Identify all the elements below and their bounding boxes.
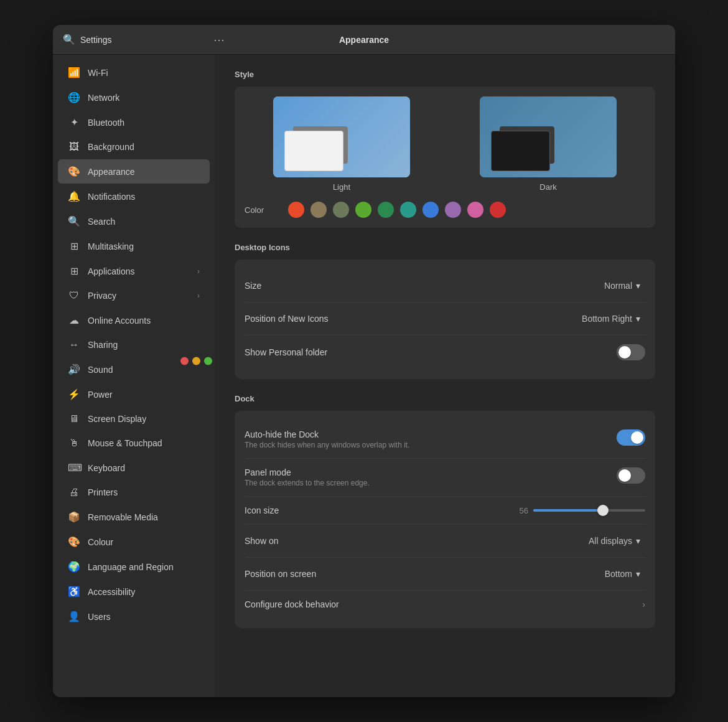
sidebar-item-wifi[interactable]: 📶Wi-Fi bbox=[58, 60, 210, 85]
sidebar-item-label-background: Background bbox=[88, 142, 200, 152]
sidebar-item-accessibility[interactable]: ♿Accessibility bbox=[58, 579, 210, 604]
autohide-toggle[interactable] bbox=[617, 429, 645, 446]
panel-mode-toggle[interactable] bbox=[617, 467, 645, 484]
dark-style-option[interactable]: Dark bbox=[451, 96, 645, 192]
sidebar-item-online-accounts[interactable]: ☁Online Accounts bbox=[58, 308, 210, 332]
sidebar-item-label-mouse-touchpad: Mouse & Touchpad bbox=[88, 438, 200, 448]
sidebar-item-network[interactable]: 🌐Network bbox=[58, 85, 210, 110]
applications-icon: ⊞ bbox=[68, 265, 80, 277]
color-dot-sage[interactable] bbox=[333, 202, 349, 218]
sidebar-item-screen-display[interactable]: 🖥Screen Display bbox=[58, 407, 210, 431]
style-previews: Light Dark bbox=[245, 96, 645, 192]
desktop-icons-card: Size Normal ▾ Position of New Icons Bott… bbox=[235, 260, 655, 379]
sidebar-item-multitasking[interactable]: ⊞Multitasking bbox=[58, 234, 210, 258]
show-on-label: Show on bbox=[245, 536, 584, 546]
menu-icon[interactable]: ⋯ bbox=[213, 33, 225, 47]
style-section-title: Style bbox=[235, 70, 655, 79]
search-icon[interactable]: 🔍 bbox=[63, 34, 75, 45]
bluetooth-icon: ✦ bbox=[68, 116, 80, 128]
color-dot-teal[interactable] bbox=[400, 202, 416, 218]
sidebar-item-sharing[interactable]: ↔Sharing bbox=[58, 333, 210, 357]
color-dot-pink[interactable] bbox=[467, 202, 483, 218]
sidebar: 📶Wi-Fi🌐Network✦Bluetooth🖼Background🎨Appe… bbox=[53, 55, 215, 697]
position-dropdown[interactable]: Bottom Right ▾ bbox=[577, 311, 645, 326]
sidebar-item-label-accessibility: Accessibility bbox=[88, 587, 200, 597]
toggle-knob bbox=[618, 346, 631, 359]
slider-container: 56 bbox=[513, 506, 645, 515]
mouse-touchpad-icon: 🖱 bbox=[68, 438, 80, 449]
screen-display-icon: 🖥 bbox=[68, 413, 80, 424]
position-row: Position of New Icons Bottom Right ▾ bbox=[245, 302, 645, 335]
configure-dock-row[interactable]: Configure dock behavior › bbox=[245, 591, 645, 618]
sidebar-item-label-power: Power bbox=[88, 390, 200, 400]
position-screen-dropdown[interactable]: Bottom ▾ bbox=[600, 566, 645, 581]
settings-window: 🔍 Settings ⋯ Appearance 📶Wi-Fi🌐Network✦B… bbox=[53, 25, 675, 697]
color-dot-blue[interactable] bbox=[422, 202, 439, 218]
sidebar-item-power[interactable]: ⚡Power bbox=[58, 382, 210, 406]
color-dot-green[interactable] bbox=[355, 202, 371, 218]
size-value: Normal bbox=[604, 281, 632, 291]
online-accounts-icon: ☁ bbox=[68, 314, 80, 326]
sidebar-item-colour[interactable]: 🎨Colour bbox=[58, 530, 210, 554]
sidebar-item-sound[interactable]: 🔊Sound bbox=[58, 357, 210, 382]
show-on-value: All displays bbox=[589, 536, 632, 546]
autohide-info: Auto-hide the Dock The dock hides when a… bbox=[245, 429, 617, 449]
icon-size-label: Icon size bbox=[245, 505, 506, 515]
color-dot-tan[interactable] bbox=[310, 202, 327, 218]
desktop-icons-title: Desktop Icons bbox=[235, 243, 655, 252]
color-label: Color bbox=[245, 205, 282, 215]
color-dot-orange-red[interactable] bbox=[288, 202, 304, 218]
sidebar-item-label-network: Network bbox=[88, 93, 200, 103]
style-card: Light Dark Color bbox=[235, 87, 655, 228]
sidebar-item-label-language-region: Language and Region bbox=[88, 562, 200, 572]
size-dropdown[interactable]: Normal ▾ bbox=[599, 278, 645, 293]
position-screen-chevron-icon: ▾ bbox=[636, 569, 640, 579]
sidebar-item-applications[interactable]: ⊞Applications› bbox=[58, 259, 210, 283]
sidebar-item-label-screen-display: Screen Display bbox=[88, 414, 200, 424]
color-dot-dark-green[interactable] bbox=[378, 202, 394, 218]
privacy-chevron-icon: › bbox=[197, 291, 200, 300]
personal-folder-label: Show Personal folder bbox=[245, 347, 617, 357]
personal-folder-row: Show Personal folder bbox=[245, 335, 645, 369]
show-on-dropdown[interactable]: All displays ▾ bbox=[584, 533, 645, 548]
dark-preview-thumbnail[interactable] bbox=[480, 96, 617, 177]
icon-size-row: Icon size 56 bbox=[245, 497, 645, 525]
slider-thumb[interactable] bbox=[597, 505, 609, 516]
sidebar-item-label-search: Search bbox=[88, 217, 200, 227]
light-preview-thumbnail[interactable] bbox=[273, 96, 410, 177]
background-icon: 🖼 bbox=[68, 141, 80, 152]
sidebar-item-removable-media[interactable]: 📦Removable Media bbox=[58, 505, 210, 529]
sidebar-item-mouse-touchpad[interactable]: 🖱Mouse & Touchpad bbox=[58, 431, 210, 455]
size-chevron-icon: ▾ bbox=[636, 281, 640, 291]
personal-folder-toggle[interactable] bbox=[617, 344, 645, 360]
sidebar-item-label-notifications: Notifications bbox=[88, 192, 200, 202]
sidebar-item-privacy[interactable]: 🛡Privacy› bbox=[58, 284, 210, 307]
sidebar-item-printers[interactable]: 🖨Printers bbox=[58, 481, 210, 504]
light-style-option[interactable]: Light bbox=[245, 96, 439, 192]
color-dot-purple[interactable] bbox=[445, 202, 461, 218]
sidebar-item-keyboard[interactable]: ⌨Keyboard bbox=[58, 456, 210, 480]
slider-track[interactable] bbox=[533, 509, 645, 512]
sidebar-item-label-colour: Colour bbox=[88, 537, 200, 547]
sidebar-item-background[interactable]: 🖼Background bbox=[58, 135, 210, 159]
sidebar-item-bluetooth[interactable]: ✦Bluetooth bbox=[58, 110, 210, 134]
sidebar-item-label-bluetooth: Bluetooth bbox=[88, 118, 200, 128]
icon-size-value: 56 bbox=[513, 506, 528, 515]
sidebar-item-notifications[interactable]: 🔔Notifications bbox=[58, 184, 210, 209]
sidebar-item-appearance[interactable]: 🎨Appearance bbox=[58, 159, 210, 184]
sidebar-item-search[interactable]: 🔍Search bbox=[58, 209, 210, 233]
sidebar-item-label-removable-media: Removable Media bbox=[88, 512, 200, 522]
sidebar-item-users[interactable]: 👤Users bbox=[58, 604, 210, 629]
dock-section-title: Dock bbox=[235, 394, 655, 403]
position-label: Position of New Icons bbox=[245, 314, 577, 324]
show-on-row: Show on All displays ▾ bbox=[245, 525, 645, 558]
users-icon: 👤 bbox=[68, 611, 80, 622]
main-content: 📶Wi-Fi🌐Network✦Bluetooth🖼Background🎨Appe… bbox=[53, 55, 675, 697]
sharing-icon: ↔ bbox=[68, 339, 80, 350]
position-screen-value: Bottom bbox=[605, 569, 632, 579]
sidebar-item-label-keyboard: Keyboard bbox=[88, 463, 200, 473]
multitasking-icon: ⊞ bbox=[68, 240, 80, 252]
main-panel: Style Light bbox=[215, 55, 675, 697]
color-dot-red[interactable] bbox=[490, 202, 506, 218]
sidebar-item-language-region[interactable]: 🌍Language and Region bbox=[58, 555, 210, 579]
